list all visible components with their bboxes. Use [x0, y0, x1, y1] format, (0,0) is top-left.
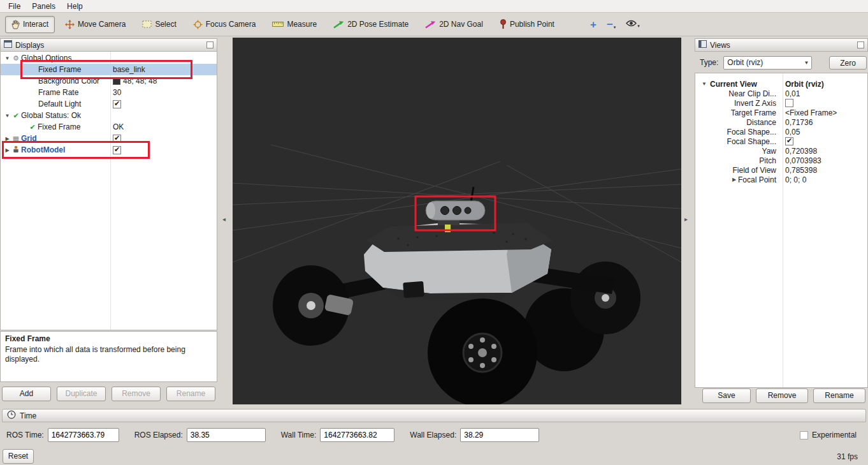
row-value[interactable]: 0,01: [785, 89, 800, 98]
view-row-target-frame[interactable]: Target Frame <Fixed Frame>: [695, 108, 867, 118]
collapse-arrow-icon[interactable]: ▼: [4, 113, 11, 119]
experimental-toggle[interactable]: Experimental: [800, 431, 857, 439]
tree-row-global-options[interactable]: ▼ ⚙ Global Options: [1, 52, 217, 64]
collapse-right-panel-handle[interactable]: ▸: [684, 216, 688, 223]
expand-arrow-icon[interactable]: ▶: [4, 147, 11, 153]
view-row-focal-point[interactable]: ▶ Focal Point 0; 0; 0: [695, 175, 867, 185]
row-value[interactable]: 0,785398: [785, 166, 817, 175]
reset-button[interactable]: Reset: [3, 449, 34, 464]
panel-float-button[interactable]: [857, 41, 864, 48]
row-label: Pitch: [695, 156, 776, 165]
save-view-button[interactable]: Save: [702, 388, 751, 403]
color-text: 48; 48; 48: [123, 77, 157, 85]
time-panel: Time ROS Time: ROS Elapsed: Wall Time: W…: [0, 408, 868, 465]
displays-title-bar[interactable]: Displays: [0, 38, 217, 52]
view-row-invert-z[interactable]: Invert Z Axis: [695, 99, 867, 108]
row-label: Invert Z Axis: [695, 99, 776, 108]
tool-visibility-button[interactable]: ▾: [626, 20, 640, 29]
status-ok-check-icon: ✔: [11, 112, 21, 120]
view-row-focal-shape-size[interactable]: Focal Shape... 0,05: [695, 128, 867, 137]
panel-float-button[interactable]: [206, 41, 213, 48]
remove-view-button[interactable]: Remove: [756, 388, 808, 403]
menu-panels[interactable]: Panels: [26, 1, 61, 12]
zero-button[interactable]: Zero: [829, 56, 867, 70]
tool-2d-nav-goal[interactable]: 2D Nav Goal: [419, 16, 489, 33]
views-panel-icon: [698, 40, 707, 50]
interact-hand-icon: [11, 20, 20, 29]
grid-enabled-checkbox[interactable]: [113, 135, 121, 143]
tree-row-grid[interactable]: ▶ ▦ Grid: [1, 133, 217, 144]
time-panel-title: Time: [20, 411, 36, 420]
menu-help[interactable]: Help: [61, 1, 89, 12]
tool-select[interactable]: Select: [136, 16, 182, 33]
collapse-arrow-icon[interactable]: ▼: [4, 55, 11, 61]
wall-time-field[interactable]: [320, 428, 394, 442]
tree-row-global-status[interactable]: ▼ ✔ Global Status: Ok: [1, 110, 217, 121]
add-tool-button[interactable]: +: [590, 19, 597, 30]
tree-row-default-light[interactable]: Default Light: [1, 98, 217, 110]
tool-measure[interactable]: Measure: [266, 16, 323, 33]
tree-row-fixed-frame[interactable]: Fixed Frame base_link: [1, 64, 217, 75]
frame-rate-value[interactable]: 30: [113, 88, 121, 97]
rename-display-button[interactable]: Rename: [166, 387, 215, 401]
expand-arrow-icon[interactable]: ▶: [4, 136, 11, 142]
collapse-left-panel-handle[interactable]: ◂: [222, 216, 226, 223]
experimental-checkbox[interactable]: [800, 431, 808, 439]
focal-shape-fixed-checkbox[interactable]: [785, 137, 793, 145]
invert-z-checkbox[interactable]: [785, 99, 793, 107]
fixed-frame-status-value: OK: [113, 122, 124, 131]
tree-row-background-color[interactable]: Background Color 48; 48; 48: [1, 75, 217, 87]
tool-interact[interactable]: Interact: [5, 16, 55, 33]
row-label: Current View: [710, 80, 757, 89]
view-row-near-clip[interactable]: Near Clip Di... 0,01: [695, 89, 867, 99]
row-value[interactable]: 0,71736: [785, 118, 813, 127]
views-panel: Views Type: Orbit (rviz) ▼ Zero ▼ Curren…: [695, 38, 868, 402]
tree-row-robot-model[interactable]: ▶ RobotModel: [1, 144, 217, 156]
background-color-value[interactable]: 48; 48; 48: [113, 77, 157, 85]
row-label: Grid: [21, 134, 37, 143]
default-light-checkbox[interactable]: [113, 100, 121, 108]
ros-elapsed-label: ROS Elapsed:: [134, 431, 183, 439]
grid-checkbox-wrap: [113, 135, 121, 143]
tool-2d-pose-estimate[interactable]: 2D Pose Estimate: [327, 16, 415, 33]
collapse-arrow-icon[interactable]: ▼: [702, 81, 707, 87]
move-arrows-icon: [65, 20, 75, 29]
remove-tool-button[interactable]: −▾: [607, 19, 616, 30]
add-display-button[interactable]: Add: [2, 387, 51, 401]
remove-display-button[interactable]: Remove: [112, 387, 161, 401]
view-row-focal-shape-fixed[interactable]: Focal Shape...: [695, 137, 867, 147]
ros-elapsed-field[interactable]: [187, 428, 266, 442]
tool-publish-point[interactable]: Publish Point: [493, 15, 561, 33]
view-type-dropdown[interactable]: Orbit (rviz) ▼: [723, 56, 812, 70]
displays-panel: Displays ▼ ⚙ Global Options Fixed Frame …: [0, 38, 217, 402]
toolbar-tool-config: + −▾ ▾: [590, 19, 640, 30]
ros-time-field[interactable]: [48, 428, 119, 442]
view-row-yaw[interactable]: Yaw 0,720398: [695, 147, 867, 156]
rename-view-button[interactable]: Rename: [813, 388, 865, 403]
robot-model-enabled-checkbox[interactable]: [113, 146, 121, 154]
tree-row-frame-rate[interactable]: Frame Rate 30: [1, 87, 217, 98]
view-row-pitch[interactable]: Pitch 0,0703983: [695, 156, 867, 166]
fixed-frame-value[interactable]: base_link: [113, 65, 145, 74]
menu-file[interactable]: File: [3, 1, 26, 12]
tool-select-label: Select: [155, 20, 176, 29]
row-value[interactable]: 0,720398: [785, 147, 817, 156]
duplicate-display-button[interactable]: Duplicate: [57, 387, 106, 401]
view-row-field-of-view[interactable]: Field of View 0,785398: [695, 166, 867, 175]
wall-elapsed-field[interactable]: [460, 428, 539, 442]
view-type-row: Type: Orbit (rviz) ▼ Zero: [695, 55, 868, 70]
tool-move-camera[interactable]: Move Camera: [59, 16, 132, 33]
time-title-bar[interactable]: Time: [2, 409, 866, 422]
tool-focus-camera[interactable]: Focus Camera: [187, 16, 263, 33]
tree-row-fixed-frame-status[interactable]: ✔ Fixed Frame OK: [1, 121, 217, 133]
row-value[interactable]: 0,05: [785, 128, 800, 137]
view-row-current-view[interactable]: ▼ Current View Orbit (rviz): [695, 80, 867, 89]
view-row-distance[interactable]: Distance 0,71736: [695, 118, 867, 128]
row-label: Global Status: Ok: [21, 111, 81, 120]
row-value[interactable]: 0; 0; 0: [785, 175, 806, 184]
3d-viewport[interactable]: [233, 38, 681, 404]
views-title-bar[interactable]: Views: [695, 38, 868, 52]
row-value[interactable]: 0,0703983: [785, 156, 821, 165]
type-label: Type:: [700, 58, 718, 67]
row-value[interactable]: <Fixed Frame>: [785, 108, 837, 117]
